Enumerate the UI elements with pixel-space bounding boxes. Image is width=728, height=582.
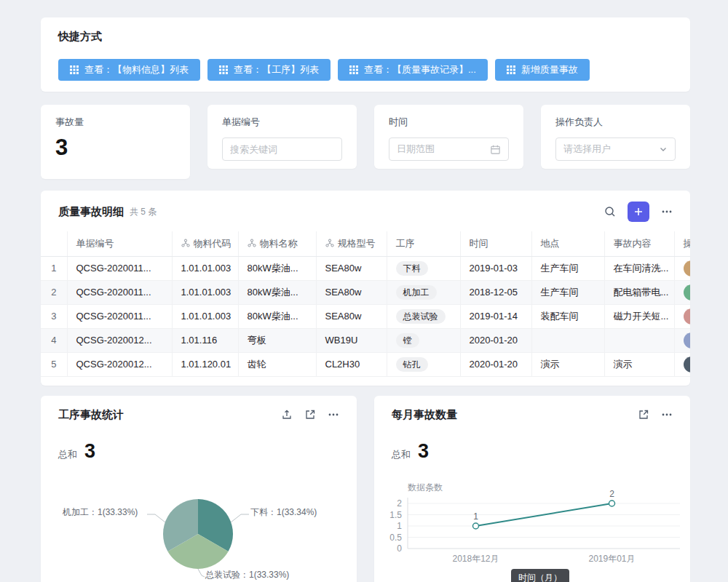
process-tag: 镗 — [396, 333, 419, 348]
process-tag: 钻孔 — [396, 357, 428, 372]
table-count: 共 5 条 — [130, 206, 157, 218]
table-cell: 1.01.01.003 — [172, 280, 238, 304]
row-index: 3 — [41, 304, 67, 328]
pie-callout-bottom: 总装试验：1(33.33%) — [205, 569, 289, 581]
table-actions — [604, 202, 673, 222]
column-label: 事故内容 — [614, 238, 652, 249]
x-tick-label: 2018年12月 — [452, 554, 499, 564]
fullscreen-button[interactable] — [304, 409, 316, 420]
table-cell: QCSG-2020012... — [67, 328, 172, 352]
pie-leader-line — [231, 514, 249, 522]
more-icon — [328, 409, 339, 420]
table-cell: 2019-01-14 — [460, 304, 531, 328]
total-label: 总和 — [392, 448, 411, 461]
table-cell: 1.01.01.003 — [172, 256, 238, 280]
table-cell: QCSG-2020011... — [67, 280, 172, 304]
column-label: 工序 — [396, 238, 415, 249]
row-index: 4 — [41, 328, 67, 352]
table-header-bar: 质量事故明细 共 5 条 — [41, 191, 690, 231]
add-record-button[interactable] — [628, 202, 649, 222]
avatar — [684, 260, 691, 276]
operator-cell — [674, 352, 690, 376]
table-row[interactable]: 4QCSG-2020012...1.01.116弯板WB19U镗2020-01-… — [41, 328, 690, 352]
table-cell: 齿轮 — [238, 352, 316, 376]
column-label: 时间 — [470, 238, 488, 249]
pie-total-row: 总和 3 — [41, 439, 357, 463]
table-cell: WB19U — [316, 328, 387, 352]
more-button[interactable] — [661, 206, 673, 218]
operator-label: 操作负责人 — [555, 116, 676, 129]
search-input[interactable] — [230, 144, 334, 155]
table-row[interactable]: 2QCSG-2020011...1.01.01.00380kW柴油...SEA8… — [41, 280, 690, 304]
pie-card-title: 工序事故统计 — [58, 407, 124, 422]
shortcuts-card: 快捷方式 查看：【物料信息】列表 查看：【工序】列表 查看：【质量事故记录】..… — [41, 17, 690, 92]
apps-grid-icon — [507, 65, 515, 74]
table-cell: QCSG-2020012... — [67, 352, 172, 376]
detail-table-scroll[interactable]: 单据编号物料代码物料名称规格型号工序时间地点事故内容操 1QCSG-202001… — [41, 231, 690, 377]
table-cell: 演示 — [604, 352, 674, 376]
process-tag: 机加工 — [396, 285, 437, 300]
shortcut-label: 查看：【质量事故记录】... — [364, 63, 476, 76]
export-button[interactable] — [281, 409, 293, 420]
more-button[interactable] — [661, 409, 673, 420]
column-header: 时间 — [460, 231, 531, 256]
column-label: 单据编号 — [76, 238, 114, 249]
column-header: 物料名称 — [238, 231, 316, 256]
x-axis-title: 时间（月） — [511, 569, 569, 582]
table-cell: SEA80w — [316, 280, 387, 304]
table-cell: 演示 — [531, 352, 604, 376]
calendar-icon — [490, 144, 501, 155]
table-cell: 1.01.116 — [172, 328, 238, 352]
table-cell: 在车间清洗... — [604, 256, 674, 280]
table-cell: 80kW柴油... — [238, 304, 316, 328]
table-cell: 生产车间 — [531, 256, 604, 280]
table-row[interactable]: 5QCSG-2020012...1.01.120.01齿轮CL2H30钻孔202… — [41, 352, 690, 376]
apps-grid-icon — [349, 65, 358, 74]
column-label: 地点 — [541, 238, 560, 249]
table-cell: 2019-01-03 — [460, 256, 531, 280]
pie-card-header: 工序事故统计 — [41, 396, 357, 422]
data-point-label: 1 — [473, 511, 478, 522]
table-cell: CL2H30 — [316, 352, 387, 376]
row-index: 5 — [41, 352, 67, 376]
table-cell: 钻孔 — [387, 352, 460, 376]
relation-icon — [248, 239, 256, 247]
date-range-input[interactable]: 日期范围 — [389, 137, 509, 161]
column-label: 规格型号 — [338, 238, 376, 249]
apps-grid-icon — [70, 65, 79, 74]
table-cell: SEA80w — [316, 304, 387, 328]
relation-icon — [325, 239, 334, 247]
process-tag: 总装试验 — [396, 309, 446, 324]
quality-accident-detail-card: 质量事故明细 共 5 条 单据编号物料代码物料名称规格型号工序时间地点事故内容操… — [41, 191, 690, 386]
search-button[interactable] — [604, 206, 616, 218]
y-tick-label: 0 — [397, 543, 402, 554]
line-chart: 00.511.522018年12月2019年01月12数据条数 — [374, 469, 690, 582]
more-button[interactable] — [328, 409, 339, 420]
table-row[interactable]: 1QCSG-2020011...1.01.01.00380kW柴油...SEA8… — [41, 256, 690, 280]
doc-number-search-input[interactable] — [222, 137, 342, 161]
column-header — [41, 231, 67, 256]
pie-card-actions — [281, 409, 339, 420]
line-card-title: 每月事故数量 — [392, 407, 457, 422]
view-process-list-button[interactable]: 查看：【工序】列表 — [207, 59, 331, 81]
operator-placeholder: 请选择用户 — [563, 143, 611, 156]
fullscreen-button[interactable] — [638, 409, 649, 420]
operator-select[interactable]: 请选择用户 — [555, 137, 676, 161]
column-header: 单据编号 — [67, 231, 172, 256]
table-cell: 总装试验 — [387, 304, 460, 328]
view-quality-record-list-button[interactable]: 查看：【质量事故记录】... — [338, 59, 488, 81]
operator-cell — [674, 304, 690, 328]
pie-leader-line — [147, 514, 165, 522]
table-cell: 弯板 — [238, 328, 316, 352]
table-row[interactable]: 3QCSG-2020011...1.01.01.00380kW柴油...SEA8… — [41, 304, 690, 328]
data-point — [609, 501, 615, 506]
column-header: 事故内容 — [604, 231, 674, 256]
open-in-new-icon — [304, 409, 316, 420]
date-range-placeholder: 日期范围 — [397, 143, 435, 156]
shortcuts-title: 快捷方式 — [58, 29, 673, 44]
accident-count-label: 事故量 — [55, 116, 175, 129]
table-cell: 磁力开关短... — [604, 304, 674, 328]
view-material-list-button[interactable]: 查看：【物料信息】列表 — [58, 59, 200, 81]
add-quality-accident-button[interactable]: 新增质量事故 — [495, 59, 590, 81]
table-title: 质量事故明细 — [58, 204, 124, 219]
